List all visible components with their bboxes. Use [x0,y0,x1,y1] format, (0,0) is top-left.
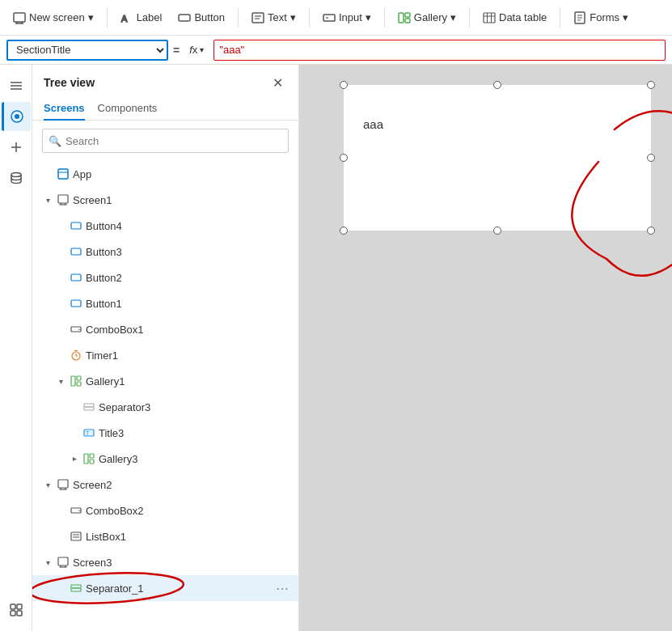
tree-item-label-separator3: Separator3 [99,401,298,413]
screen2-icon [57,478,70,491]
tree-item-screen2[interactable]: ▾ Screen2 [32,472,298,498]
svg-text:A: A [121,14,128,23]
tree-item-button3[interactable]: Button3 [32,239,298,265]
tree-header: Tree view ✕ [32,65,298,97]
treeview-icon [10,109,24,124]
forms-label: Forms [590,11,619,23]
component-selector[interactable]: SectionTitle [6,40,168,61]
sidebar-icon-data[interactable] [2,163,31,193]
gallery-icon [398,11,411,24]
sidebar-icon-components[interactable] [2,595,31,625]
screen1-icon [57,193,70,206]
button-label: Button [194,11,225,23]
chevron-screen2: ▾ [42,479,53,490]
svg-rect-64 [71,532,81,540]
label-button[interactable]: A Label [114,8,169,28]
tree-item-label-button3: Button3 [86,246,298,258]
chevron-screen3: ▾ [42,557,53,568]
chevron-screen1: ▾ [42,194,53,205]
tree-item-app[interactable]: App [32,161,298,187]
handle-ml[interactable] [340,154,348,162]
handle-br[interactable] [647,227,655,235]
separator1-icon [70,582,82,595]
button2-icon [70,271,82,284]
tree-item-button4[interactable]: Button4 [32,213,298,239]
tree-item-listbox1[interactable]: ListBox1 [32,523,298,549]
gallery-button[interactable]: Gallery ▾ [391,8,463,28]
tree-item-label-separator1: Separator_1 [86,582,269,595]
tree-item-title3[interactable]: T Title3 [32,420,298,446]
tree-item-gallery3[interactable]: ▾ Gallery3 [32,446,298,472]
tree-close-button[interactable]: ✕ [268,73,287,92]
combobox1-icon [70,323,82,336]
text-chevron: ▾ [290,11,296,23]
app-icon [57,167,70,180]
new-screen-chevron: ▾ [88,11,94,23]
input-button[interactable]: Input ▾ [316,8,378,28]
button1-icon [70,297,82,310]
svg-rect-42 [71,274,81,281]
handle-bl[interactable] [340,227,348,235]
datatable-button[interactable]: Data table [476,8,553,28]
tree-item-button1[interactable]: Button1 [32,290,298,316]
tree-item-label-screen3: Screen3 [73,557,298,569]
handle-tr[interactable] [647,81,655,89]
tree-item-label-button2: Button2 [86,272,298,284]
search-input[interactable] [42,129,289,153]
divider1 [107,8,108,28]
tree-item-label-title3: Title3 [99,427,298,439]
sidebar-icon-menu[interactable] [2,71,31,100]
fx-button[interactable]: fx ▾ [184,42,209,57]
gallery3-icon [82,452,95,465]
canvas-element[interactable]: aaa [344,85,651,231]
tree-item-combobox2[interactable]: ComboBox2 [32,498,298,523]
screen-icon [13,11,26,24]
new-screen-button[interactable]: New screen ▾ [6,8,100,28]
add-icon [9,140,23,155]
tab-screens[interactable]: Screens [44,97,85,121]
canvas-area: aaa [299,65,672,631]
equals-sign: = [173,44,180,57]
svg-rect-12 [405,13,410,17]
tree-item-screen3[interactable]: ▾ Screen3 [32,549,298,575]
text-button[interactable]: Text ▾ [245,8,302,28]
formula-bar: SectionTitle = fx ▾ [0,36,672,65]
main-area: Tree view ✕ Screens Components 🔍 App ▾ [0,65,672,631]
sidebar-icon-add[interactable] [2,133,31,162]
svg-rect-41 [71,248,81,255]
button-tool-button[interactable]: Button [171,8,231,28]
tab-components[interactable]: Components [98,97,158,121]
handle-tl[interactable] [340,81,348,89]
handle-tm[interactable] [493,81,501,89]
forms-chevron: ▾ [623,11,628,23]
handle-bm[interactable] [493,227,501,235]
svg-text:T: T [86,430,90,436]
tree-item-timer1[interactable]: Timer1 [32,342,298,368]
button4-icon [70,219,82,232]
tree-item-screen1[interactable]: ▾ Screen1 [32,187,298,213]
tree-title: Tree view [44,76,95,89]
left-sidebar [0,65,32,631]
canvas-inner: aaa [299,65,672,631]
label-icon: A [120,11,133,24]
tree-item-separator1[interactable]: Separator_1 ⋯ [32,575,298,601]
menu-icon [9,78,23,93]
handle-mr[interactable] [647,154,655,162]
tree-item-separator3[interactable]: Separator3 [32,394,298,420]
formula-input[interactable] [213,40,666,61]
new-screen-label: New screen [29,11,85,23]
input-icon [323,11,336,24]
components-icon [9,603,23,617]
tree-item-gallery1[interactable]: ▾ Gallery1 [32,368,298,394]
input-chevron: ▾ [366,11,371,23]
svg-rect-33 [17,611,22,616]
more-options-button[interactable]: ⋯ [273,579,292,598]
data-icon [9,171,23,185]
svg-rect-6 [252,13,264,23]
text-icon [251,11,264,24]
forms-button[interactable]: Forms ▾ [567,8,635,28]
svg-rect-13 [405,19,410,23]
tree-item-combobox1[interactable]: ComboBox1 [32,316,298,342]
sidebar-icon-treeview[interactable] [2,102,31,131]
tree-item-button2[interactable]: Button2 [32,265,298,290]
